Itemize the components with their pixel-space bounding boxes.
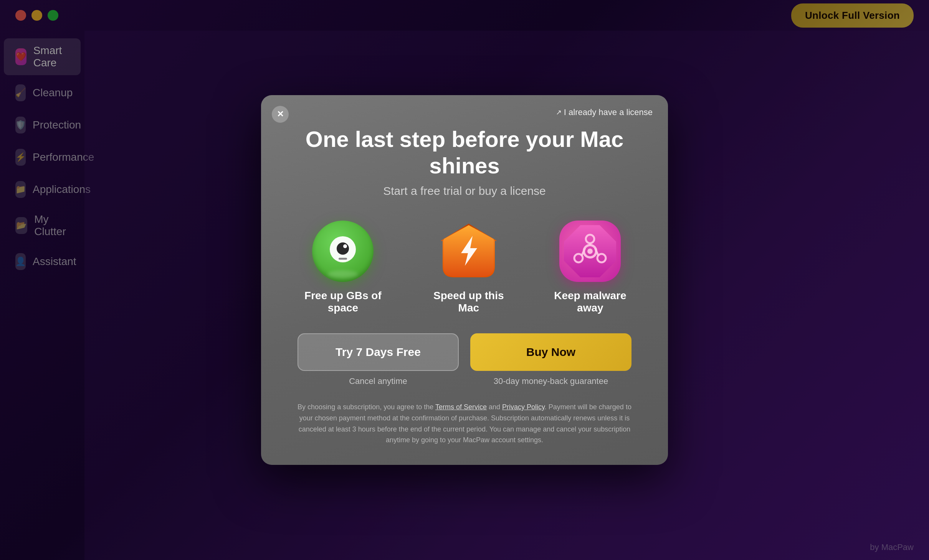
feature-item-protection: Keep malware away xyxy=(543,221,637,314)
terms-link[interactable]: Terms of Service xyxy=(435,403,487,411)
try-free-button[interactable]: Try 7 Days Free xyxy=(298,333,459,371)
eye-icon xyxy=(312,221,374,282)
svg-point-11 xyxy=(587,249,593,254)
legal-text: By choosing a subscription, you agree to… xyxy=(292,402,637,446)
privacy-link[interactable]: Privacy Policy xyxy=(502,403,545,411)
feature-item-performance: Speed up this Mac xyxy=(425,221,512,314)
modal-title: One last step before your Mac shines xyxy=(292,126,637,179)
license-link-label: I already have a license xyxy=(564,107,653,117)
feature-label-performance: Speed up this Mac xyxy=(425,290,512,314)
modal-overlay[interactable]: ✕ ↗ I already have a license One last st… xyxy=(0,0,929,560)
modal-close-button[interactable]: ✕ xyxy=(272,106,289,123)
cta-row: Try 7 Days Free Buy Now xyxy=(292,333,637,371)
lightning-icon xyxy=(438,221,499,282)
cta-sublabels: Cancel anytime 30-day money-back guarant… xyxy=(292,376,637,386)
license-link[interactable]: ↗ I already have a license xyxy=(556,107,653,117)
feature-item-cleanup: Free up GBs of space xyxy=(292,221,394,314)
svg-point-1 xyxy=(337,242,349,255)
try-sublabel: Cancel anytime xyxy=(298,376,459,386)
external-link-icon: ↗ xyxy=(556,108,562,117)
features-row: Free up GBs of space xyxy=(292,221,637,314)
svg-point-2 xyxy=(343,244,347,248)
buy-now-button[interactable]: Buy Now xyxy=(470,333,631,371)
modal-subtitle: Start a free trial or buy a license xyxy=(292,184,637,198)
buy-sublabel: 30-day money-back guarantee xyxy=(470,376,631,386)
biohazard-icon xyxy=(559,221,621,282)
feature-label-protection: Keep malware away xyxy=(543,290,637,314)
svg-rect-3 xyxy=(339,258,347,260)
feature-label-cleanup: Free up GBs of space xyxy=(292,290,394,314)
modal-dialog: ✕ ↗ I already have a license One last st… xyxy=(261,95,668,465)
